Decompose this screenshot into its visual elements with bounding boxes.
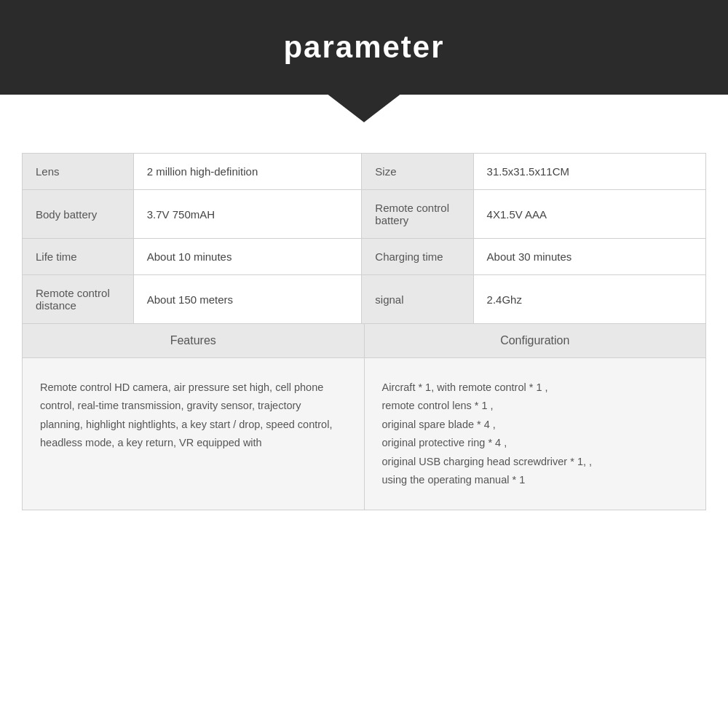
header-arrow [326,93,402,122]
value-cell-0-1: 2 million high-definition [133,154,362,190]
value-cell-2-1: About 10 minutes [133,239,362,275]
label-cell-1-1: Body battery [23,190,134,239]
label-cell-1-2: Remote control battery [362,190,473,239]
configuration-text: Aircraft * 1, with remote control * 1 ,r… [382,381,593,486]
label-cell-0-2: Size [362,154,473,190]
table-row: Life time About 10 minutes Charging time… [23,239,706,275]
value-cell-0-2: 31.5x31.5x11CM [473,154,705,190]
table-row: Remote control distance About 150 meters… [23,275,706,324]
label-cell-0-1: Lens [23,154,134,190]
label-cell-2-2: Charging time [362,239,473,275]
value-cell-1-2: 4X1.5V AAA [473,190,705,239]
section-headers: Features Configuration [22,324,706,358]
label-cell-2-1: Life time [23,239,134,275]
features-text: Remote control HD camera, air pressure s… [40,381,332,448]
label-cell-3-1: Remote control distance [23,275,134,324]
value-cell-3-1: About 150 meters [133,275,362,324]
features-header: Features [23,324,365,357]
configuration-content: Aircraft * 1, with remote control * 1 ,r… [365,358,706,510]
configuration-header: Configuration [365,324,706,357]
table-row: Body battery 3.7V 750mAH Remote control … [23,190,706,239]
section-content: Remote control HD camera, air pressure s… [22,358,706,510]
value-cell-2-2: About 30 minutes [473,239,705,275]
parameter-table: Lens 2 million high-definition Size 31.5… [22,153,706,324]
value-cell-3-2: 2.4Ghz [473,275,705,324]
features-content: Remote control HD camera, air pressure s… [23,358,365,510]
page-header: parameter [0,0,728,95]
table-row: Lens 2 million high-definition Size 31.5… [23,154,706,190]
page-title: parameter [283,30,444,65]
main-content: Lens 2 million high-definition Size 31.5… [0,95,728,525]
value-cell-1-1: 3.7V 750mAH [133,190,362,239]
label-cell-3-2: signal [362,275,473,324]
